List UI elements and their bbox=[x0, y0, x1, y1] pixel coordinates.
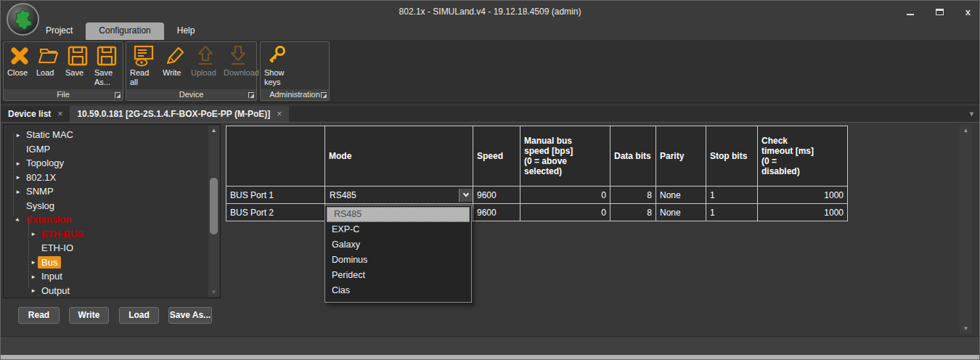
menu-bar: Project Configuration Help bbox=[1, 22, 979, 40]
upload-arrow-icon bbox=[194, 44, 217, 68]
tree-item-extension[interactable]: ▸ Extension bbox=[7, 213, 205, 227]
tree-item-8021x[interactable]: ▸ 802.1X bbox=[7, 171, 205, 185]
header-parity: Parity bbox=[656, 126, 706, 187]
expander-icon[interactable]: ▸ bbox=[29, 258, 38, 266]
dialog-launcher-icon[interactable] bbox=[115, 92, 121, 98]
tree-item-eth-bus[interactable]: ▸ ETH-BUS bbox=[7, 227, 205, 242]
combo-dropdown-button[interactable] bbox=[459, 189, 473, 202]
tree-item-snmp[interactable]: ▸ SNMP bbox=[7, 184, 205, 199]
tree-item-syslog[interactable]: Syslog bbox=[7, 199, 205, 213]
scrollbar-thumb[interactable] bbox=[210, 178, 218, 234]
config-tree-panel: ▸ Static MAC IGMP ▸ Topology ▸ 802.1X ▸ … bbox=[3, 124, 221, 298]
speed-cell[interactable]: 9600 bbox=[473, 204, 520, 221]
check-timeout-cell[interactable]: 1000 bbox=[758, 204, 848, 221]
tab-device-list[interactable]: Device list × bbox=[1, 106, 70, 122]
load-button[interactable]: Load bbox=[34, 43, 63, 89]
scroll-up-icon[interactable]: ▲ bbox=[208, 127, 219, 134]
port-name-cell: BUS Port 2 bbox=[226, 204, 325, 221]
expander-icon[interactable]: ▸ bbox=[14, 188, 23, 195]
ribbon-group-label-file: File bbox=[4, 89, 123, 100]
close-x-icon bbox=[8, 44, 31, 68]
config-tree: ▸ Static MAC IGMP ▸ Topology ▸ 802.1X ▸ … bbox=[7, 128, 205, 298]
dropdown-option-peridect[interactable]: Peridect bbox=[325, 268, 471, 283]
table-row-bus-port-2: BUS Port 2 9600 0 8 None 1 1000 bbox=[226, 204, 848, 221]
status-bar bbox=[1, 336, 979, 356]
dropdown-option-dominus[interactable]: Dominus bbox=[325, 253, 471, 268]
stop-bits-cell[interactable]: 1 bbox=[706, 204, 758, 221]
check-timeout-cell[interactable]: 1000 bbox=[758, 187, 848, 204]
tree-scrollbar[interactable]: ▲ ▼ bbox=[208, 126, 219, 297]
port-name-cell: BUS Port 1 bbox=[226, 187, 325, 204]
pencil-icon bbox=[163, 44, 187, 68]
load-panel-button[interactable]: Load bbox=[119, 307, 159, 324]
save-button[interactable]: Save bbox=[63, 43, 92, 89]
save-as-panel-button[interactable]: Save As... bbox=[168, 307, 212, 324]
close-button[interactable]: Close bbox=[5, 43, 34, 89]
dropdown-option-galaxy[interactable]: Galaxy bbox=[325, 237, 471, 253]
expander-icon[interactable]: ▸ bbox=[29, 230, 38, 237]
data-bits-cell[interactable]: 8 bbox=[611, 187, 656, 204]
download-button[interactable]: Download bbox=[221, 43, 255, 89]
expander-icon[interactable]: ▸ bbox=[29, 287, 38, 294]
floppy-disk-icon bbox=[95, 44, 118, 68]
tab-device-10-59-0-181[interactable]: 10.59.0.181 [2G-2S.1.4.F-BOX-PoE-PP (M-P… bbox=[70, 106, 289, 122]
ribbon-group-administration: Show keys Administration bbox=[260, 41, 330, 101]
menu-tab-configuration[interactable]: Configuration bbox=[86, 22, 163, 40]
expander-icon[interactable]: ▸ bbox=[14, 131, 23, 139]
minimize-icon[interactable] bbox=[907, 9, 914, 15]
close-window-icon[interactable]: x bbox=[965, 7, 971, 17]
menu-tab-project[interactable]: Project bbox=[33, 22, 86, 40]
tree-item-output[interactable]: ▸ Output bbox=[7, 284, 205, 298]
dropdown-option-rs485[interactable]: RS485 bbox=[327, 207, 470, 222]
parity-cell[interactable]: None bbox=[656, 187, 706, 204]
tree-item-igmp[interactable]: IGMP bbox=[7, 142, 205, 157]
header-manual-bus-speed: Manual bus speed [bps] (0 = above select… bbox=[520, 126, 611, 187]
dropdown-option-cias[interactable]: Cias bbox=[325, 283, 471, 298]
scroll-down-icon[interactable]: ▼ bbox=[960, 325, 972, 332]
save-as-button[interactable]: Save As... bbox=[92, 43, 121, 89]
expander-icon[interactable]: ▸ bbox=[14, 160, 23, 167]
tree-item-topology[interactable]: ▸ Topology bbox=[7, 156, 205, 171]
maximize-icon[interactable] bbox=[936, 9, 944, 15]
manual-speed-cell[interactable]: 0 bbox=[520, 187, 611, 204]
floppy-disk-icon bbox=[66, 44, 89, 68]
tab-close-icon[interactable]: × bbox=[57, 109, 62, 119]
tree-item-static-mac[interactable]: ▸ Static MAC bbox=[7, 128, 205, 142]
main-scrollbar[interactable]: ▲ ▼ bbox=[960, 125, 972, 334]
scroll-up-icon[interactable]: ▲ bbox=[960, 127, 972, 134]
mode-value: RS485 bbox=[325, 189, 459, 202]
header-speed: Speed bbox=[473, 126, 520, 187]
write-button[interactable]: Write bbox=[160, 43, 189, 89]
data-bits-cell[interactable]: 8 bbox=[611, 204, 656, 221]
app-logo bbox=[7, 3, 39, 36]
speed-cell[interactable]: 9600 bbox=[473, 187, 520, 204]
expander-icon[interactable]: ▸ bbox=[29, 273, 38, 280]
menu-tab-help[interactable]: Help bbox=[164, 22, 208, 40]
read-all-button[interactable]: Read all bbox=[128, 43, 160, 89]
mode-combobox[interactable]: RS485 bbox=[325, 187, 473, 204]
tree-item-input[interactable]: ▸ Input bbox=[7, 269, 205, 284]
tab-overflow-icon[interactable]: ▼ bbox=[968, 110, 975, 118]
stop-bits-cell[interactable]: 1 bbox=[706, 187, 758, 204]
upload-button[interactable]: Upload bbox=[189, 43, 221, 89]
puzzle-piece-icon bbox=[11, 7, 36, 32]
content-area: ▸ Static MAC IGMP ▸ Topology ▸ 802.1X ▸ … bbox=[1, 123, 979, 336]
tree-item-bus[interactable]: ▸ Bus bbox=[7, 255, 205, 270]
scroll-down-icon[interactable]: ▼ bbox=[208, 289, 219, 295]
show-keys-button[interactable]: Show keys bbox=[262, 43, 291, 89]
write-panel-button[interactable]: Write bbox=[69, 307, 109, 324]
parity-cell[interactable]: None bbox=[656, 204, 706, 221]
dialog-launcher-icon[interactable] bbox=[321, 92, 327, 98]
read-all-icon bbox=[132, 44, 155, 68]
dialog-launcher-icon[interactable] bbox=[248, 92, 254, 98]
manual-speed-cell[interactable]: 0 bbox=[520, 204, 611, 221]
tree-item-eth-io[interactable]: ETH-IO bbox=[7, 241, 205, 255]
title-bar: 802.1x - SIMULand.v4 - 19.12.18.4509 (ad… bbox=[1, 1, 979, 22]
dropdown-option-exp-c[interactable]: EXP-C bbox=[325, 222, 471, 237]
header-mode: Mode bbox=[325, 126, 473, 187]
header-check-timeout: Check timeout [ms] (0 = disabled) bbox=[758, 126, 848, 187]
tab-close-icon[interactable]: × bbox=[277, 109, 282, 119]
download-arrow-icon bbox=[226, 44, 250, 68]
read-panel-button[interactable]: Read bbox=[18, 307, 60, 324]
expander-icon[interactable]: ▸ bbox=[14, 173, 23, 181]
